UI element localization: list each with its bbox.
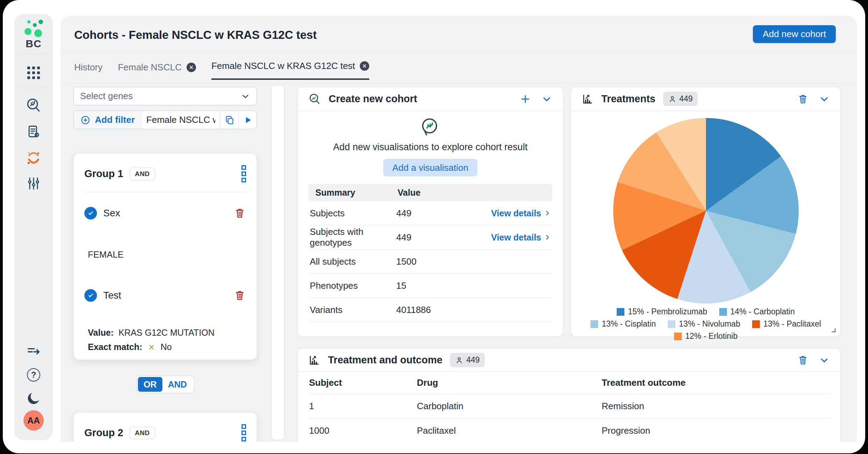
group-divider (84, 192, 246, 192)
criterion-sex-row: Sex (84, 207, 246, 219)
sidebar-item-theme[interactable] (14, 391, 53, 406)
chevron-down-icon[interactable] (819, 355, 830, 366)
criterion-value-row: Value: KRAS G12C MUTATION (88, 328, 246, 338)
group-operator-chip[interactable]: AND (130, 427, 155, 439)
left-panel-scrollbar[interactable] (271, 85, 285, 440)
bar-chart-icon (308, 354, 320, 366)
tab-female-nsclc-kras-test[interactable]: Female NSCLC w KRAS G12C test (211, 61, 369, 80)
add-visualisation-button[interactable]: Add a visualisation (383, 159, 477, 176)
legend-item[interactable]: 13% - Cisplatin (590, 319, 656, 329)
help-icon: ? (27, 368, 40, 382)
legend-item[interactable]: 13% - Paclitaxel (752, 319, 821, 329)
add-new-cohort-button[interactable]: Add new cohort (753, 25, 836, 43)
summary-row: Variants4011886 (308, 298, 552, 322)
bc-logo-dots-icon (22, 19, 45, 37)
add-filter-button[interactable]: Add filter (74, 111, 141, 129)
tab-label: Female NSCLC (118, 62, 182, 73)
legend-label: 13% - Cisplatin (602, 319, 656, 329)
legend-label: 13% - Paclitaxel (763, 319, 821, 329)
group-menu-handle-icon[interactable] (241, 163, 246, 184)
play-icon (243, 115, 253, 125)
cohort-name-input[interactable] (141, 111, 220, 129)
value-label: Value: (88, 328, 114, 338)
criterion-exact-row: Exact match: No (88, 342, 246, 352)
legend-item[interactable]: 13% - Nivolumab (668, 319, 740, 329)
view-details-link[interactable]: View details (491, 208, 552, 218)
sidebar-item-help[interactable]: ? (14, 368, 53, 382)
select-genes-dropdown[interactable]: Select genes (74, 87, 257, 105)
document-gear-icon (26, 124, 41, 139)
subject-col-header: Subject (308, 377, 417, 388)
delete-panel-trash-icon[interactable] (797, 354, 809, 366)
add-filter-label: Add filter (95, 114, 135, 125)
checked-circle-icon[interactable] (84, 207, 97, 219)
resize-handle-icon[interactable] (830, 327, 837, 334)
summary-table: Summary Value Subjects449View detailsSub… (308, 184, 552, 322)
criterion-value: FEMALE (88, 250, 246, 260)
summary-table-body: Subjects449View detailsSubjects with gen… (308, 201, 552, 322)
summary-row: Phenotypes15 (308, 274, 552, 298)
search-chart-icon (308, 93, 321, 105)
sidebar-item-apps[interactable] (14, 67, 53, 79)
legend-item[interactable]: 14% - Carboplatin (719, 307, 795, 316)
delete-criterion-trash-icon[interactable] (233, 207, 246, 219)
criterion-label: Test (103, 290, 121, 301)
group-menu-handle-icon[interactable] (241, 422, 246, 442)
moon-icon (26, 391, 41, 406)
sidebar-item-account[interactable]: AA (14, 410, 53, 431)
filter-group-2: Group 2 AND (74, 412, 257, 442)
select-genes-placeholder: Select genes (80, 91, 133, 102)
outcome-table-head: Subject Drug Treatment outcome (308, 372, 830, 394)
sidebar-item-filters[interactable] (14, 176, 53, 191)
copy-filter-button[interactable] (220, 111, 238, 129)
tab-bar: History Female NSCLC Female NSCLC w KRAS… (74, 61, 369, 80)
table-row: 1CarboplatinRemission (308, 394, 830, 419)
tab-female-nsclc[interactable]: Female NSCLC (118, 62, 196, 80)
chevron-down-icon[interactable] (819, 93, 830, 105)
add-panel-icon[interactable] (519, 93, 531, 105)
treatments-pie-chart[interactable] (613, 118, 799, 303)
delete-criterion-trash-icon[interactable] (233, 289, 246, 302)
search-chart-icon (420, 117, 441, 138)
run-filter-button[interactable] (238, 111, 257, 129)
group-operator-chip[interactable]: AND (130, 168, 155, 180)
join-and-button[interactable]: AND (162, 377, 192, 392)
checked-circle-icon[interactable] (84, 289, 97, 302)
x-mark-icon (147, 343, 156, 351)
treatments-panel: Treatments 449 15% - Pembrolizumab14% - (571, 87, 841, 337)
summary-label: All subjects (308, 256, 396, 267)
legend-item[interactable]: 12% - Erlotinib (674, 331, 738, 341)
sidebar-item-reports[interactable] (14, 124, 53, 139)
chevron-down-icon[interactable] (541, 93, 552, 105)
sidebar-item-jupyter[interactable] (14, 150, 53, 166)
empty-state-text: Add new visualisations to explore cohort… (333, 142, 527, 153)
join-or-button[interactable]: OR (138, 377, 162, 392)
delete-panel-trash-icon[interactable] (797, 93, 809, 105)
summary-row: All subjects1500 (308, 250, 552, 274)
summary-row: Subjects with genotypes449View details (308, 225, 552, 250)
sidebar-item-cohort-explorer[interactable] (14, 97, 53, 113)
group-header: Group 2 AND (84, 422, 246, 442)
legend-swatch (590, 320, 598, 328)
filter-toolbar: Add filter (74, 111, 257, 129)
treatments-legend: 15% - Pembrolizumab14% - Carboplatin13% … (587, 307, 825, 341)
jupyter-icon (26, 150, 42, 166)
legend-label: 15% - Pembrolizumab (628, 307, 707, 316)
sidebar-item-collapse[interactable] (14, 344, 53, 360)
tab-history[interactable]: History (74, 62, 103, 80)
empty-visualisation-zone: Add new visualisations to explore cohort… (298, 117, 563, 176)
table-cell: Remission (602, 401, 644, 412)
table-cell: Carboplatin (417, 401, 602, 412)
legend-item[interactable]: 15% - Pembrolizumab (617, 307, 707, 316)
chevron-right-icon (544, 234, 551, 241)
treatment-outcome-header: Treatment and outcome 449 (298, 349, 840, 372)
legend-label: 14% - Carboplatin (730, 307, 795, 316)
close-tab-icon[interactable] (187, 63, 196, 72)
bc-logo[interactable]: BC (14, 19, 53, 50)
close-tab-icon[interactable] (360, 61, 369, 71)
legend-swatch (752, 320, 760, 328)
summary-value: 15 (396, 280, 477, 291)
app-surface: BC (3, 0, 865, 453)
view-details-link[interactable]: View details (491, 232, 552, 243)
plus-circle-icon (80, 115, 91, 125)
